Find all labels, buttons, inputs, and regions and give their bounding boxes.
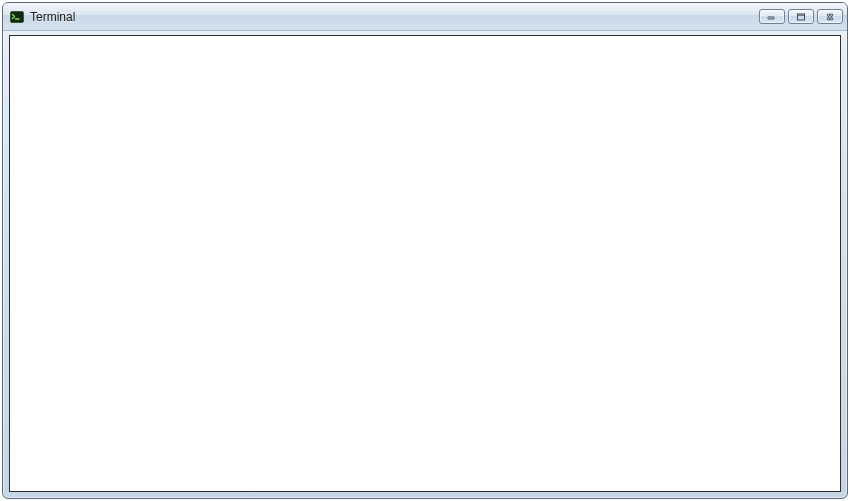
window-frame: Terminal	[2, 2, 848, 499]
close-button[interactable]	[817, 9, 843, 24]
maximize-icon	[796, 13, 806, 21]
window-controls	[759, 9, 843, 24]
maximize-button[interactable]	[788, 9, 814, 24]
close-icon	[825, 13, 835, 21]
svg-rect-0	[11, 11, 24, 22]
titlebar[interactable]: Terminal	[3, 3, 847, 31]
terminal-content[interactable]	[9, 35, 841, 492]
minimize-button[interactable]	[759, 9, 785, 24]
svg-rect-2	[768, 17, 774, 19]
minimize-icon	[767, 13, 777, 21]
window-title: Terminal	[30, 9, 759, 25]
terminal-icon	[9, 9, 25, 25]
